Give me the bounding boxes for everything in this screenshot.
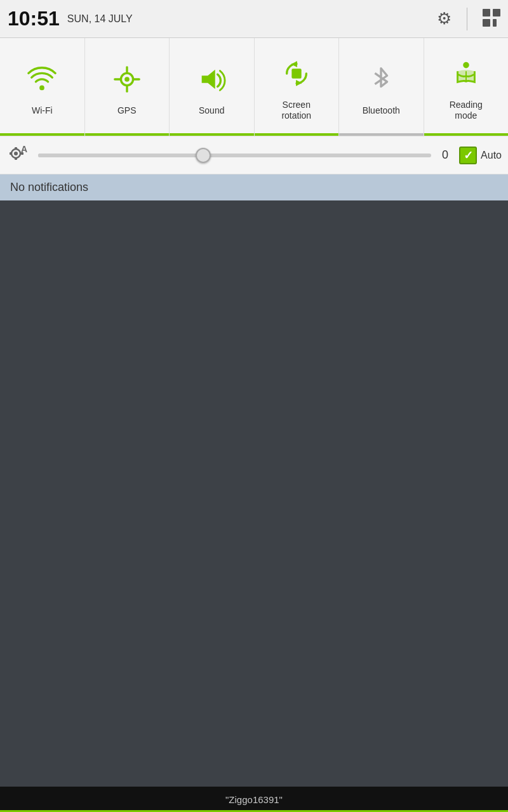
auto-checkbox[interactable] (459, 147, 477, 164)
screen-rotation-bar (255, 133, 339, 136)
tiles-icon[interactable] (483, 9, 500, 29)
svg-rect-3 (493, 19, 497, 27)
svg-rect-17 (15, 157, 17, 160)
toggle-reading-mode[interactable]: Readingmode (424, 38, 509, 136)
bottom-text: "Ziggo16391" (225, 794, 283, 805)
settings-icon[interactable]: ⚙ (437, 9, 451, 29)
svg-rect-2 (483, 19, 490, 27)
status-bar: 10:51 SUN, 14 JULY ⚙ (0, 0, 508, 38)
reading-mode-icon (451, 59, 481, 95)
brightness-thumb (196, 148, 211, 163)
notifications-body (0, 200, 508, 787)
toggle-wifi[interactable]: Wi-Fi (0, 38, 85, 136)
status-date: SUN, 14 JULY (67, 13, 437, 25)
svg-rect-1 (493, 9, 500, 16)
toggle-gps[interactable]: GPS (85, 38, 170, 136)
wifi-icon (27, 65, 57, 100)
reading-mode-label: Readingmode (450, 100, 483, 121)
toggle-sound[interactable]: Sound (170, 38, 255, 136)
brightness-value: 0 (438, 148, 453, 162)
gps-label: GPS (117, 105, 137, 116)
bluetooth-bar (339, 133, 424, 136)
status-time: 10:51 (8, 7, 60, 30)
auto-label: Auto (481, 150, 502, 161)
bluetooth-icon (366, 65, 396, 100)
svg-text:A: A (21, 144, 27, 154)
no-notifications-text: No notifications (10, 181, 88, 193)
brightness-auto-icon: A (6, 141, 32, 169)
brightness-fill (38, 154, 203, 157)
separator (467, 8, 467, 30)
gps-icon (112, 65, 142, 100)
toggle-bluetooth[interactable]: Bluetooth (339, 38, 424, 136)
bluetooth-label: Bluetooth (363, 105, 400, 116)
status-icons: ⚙ (437, 8, 500, 30)
screen-rotation-icon (282, 59, 311, 95)
svg-rect-11 (291, 69, 301, 79)
notifications-header: No notifications (0, 174, 508, 200)
screen-rotation-label: Screenrotation (281, 100, 311, 121)
svg-marker-10 (202, 69, 215, 89)
svg-rect-0 (483, 9, 490, 16)
svg-point-15 (14, 152, 18, 155)
bottom-bar: "Ziggo16391" (0, 787, 508, 812)
sound-icon (197, 65, 226, 100)
svg-rect-18 (10, 152, 12, 155)
wifi-label: Wi-Fi (32, 105, 53, 116)
quick-toggles: Wi-Fi GPS Sound (0, 38, 508, 136)
wifi-bar (0, 133, 84, 136)
sound-label: Sound (199, 105, 224, 116)
reading-mode-bar (424, 133, 509, 136)
svg-point-5 (124, 77, 130, 82)
brightness-slider[interactable] (38, 154, 431, 157)
toggle-screen-rotation[interactable]: Screenrotation (255, 38, 340, 136)
sound-bar (170, 133, 254, 136)
brightness-row: A 0 Auto (0, 136, 508, 174)
auto-checkbox-area[interactable]: Auto (459, 147, 502, 164)
gps-bar (85, 133, 170, 136)
svg-point-12 (463, 62, 469, 69)
svg-rect-16 (15, 147, 17, 150)
